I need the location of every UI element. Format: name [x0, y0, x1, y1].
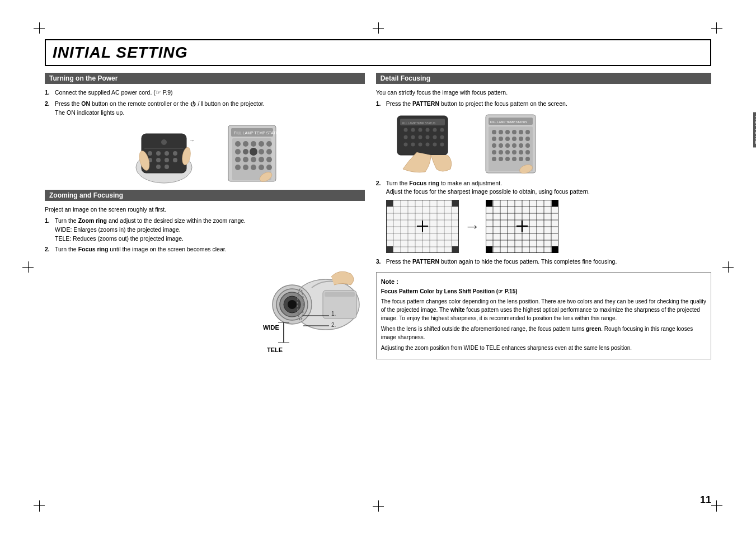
focus-grid-illustrations: → — [386, 200, 711, 253]
svg-text:→: → — [189, 137, 195, 143]
corner-mark-tr — [711, 22, 722, 34]
remote-control-illustration: → — [130, 123, 220, 184]
zooming-body: Project an image on the screen roughly a… — [45, 205, 365, 254]
svg-point-89 — [519, 130, 523, 134]
svg-point-10 — [165, 158, 169, 162]
zoom-step-text-2: Turn the Focus ring until the image on t… — [55, 245, 365, 254]
svg-point-69 — [403, 135, 407, 139]
zoom-lens-illustration: WIDE TELE 1. 2. — [259, 260, 365, 363]
svg-point-105 — [505, 150, 510, 154]
zooming-section: Zooming and Focusing Project an image on… — [45, 190, 365, 363]
svg-point-95 — [519, 137, 523, 141]
svg-text:WIDE: WIDE — [263, 324, 279, 331]
zoom-step-1: 1. Turn the Zoom ring and adjust to the … — [45, 217, 365, 243]
svg-point-65 — [418, 128, 422, 132]
hand-remote-illustration: FILL LAMP TEMP STATUS — [386, 113, 476, 175]
zooming-intro: Project an image on the screen roughly a… — [45, 205, 365, 214]
svg-point-30 — [266, 149, 272, 154]
focus-step-text-3: Press the PATTERN button again to hide t… — [386, 257, 711, 266]
right-column: Detail Focusing You can strictly focus t… — [376, 73, 711, 495]
arrow-right-icon: → — [464, 215, 480, 238]
corner-mark-br — [711, 500, 722, 512]
svg-point-6 — [165, 151, 169, 156]
svg-point-101 — [519, 143, 523, 148]
crosshair-right — [722, 261, 734, 273]
focus-step-3: 3. Press the PATTERN button again to hid… — [376, 257, 711, 266]
english-tab: ENGLISH — [753, 112, 756, 147]
svg-point-88 — [512, 130, 516, 134]
svg-point-63 — [403, 128, 407, 132]
svg-point-100 — [512, 143, 516, 148]
svg-text:TELE: TELE — [267, 346, 283, 353]
left-column: Turning on the Power 1. Connect the supp… — [45, 73, 365, 495]
title-box: INITIAL SETTING — [45, 39, 711, 66]
step-1-power: 1. Connect the supplied AC power cord. (… — [45, 88, 365, 97]
page-number: 11 — [700, 494, 711, 506]
zooming-header: Zooming and Focusing — [45, 190, 365, 201]
svg-point-38 — [251, 165, 256, 170]
svg-point-24 — [259, 141, 264, 147]
detail-focusing-intro: You can strictly focus the image with fo… — [376, 88, 711, 97]
svg-point-74 — [440, 135, 444, 139]
note-paragraph-3: Adjusting the zoom position from WIDE to… — [381, 344, 706, 352]
svg-point-11 — [173, 158, 177, 162]
svg-rect-3 — [144, 148, 184, 149]
note-paragraph-2: When the lens is shifted outside the afo… — [381, 325, 706, 341]
power-illustrations: → FILL LAMP TEMP STATUS — [45, 123, 365, 184]
svg-point-33 — [251, 157, 256, 162]
detail-focusing-body: You can strictly focus the image with fo… — [376, 88, 711, 359]
svg-point-2 — [161, 139, 167, 145]
focus-step-num-3: 3. — [376, 257, 386, 266]
crosshair-left — [22, 261, 34, 273]
svg-point-103 — [492, 150, 496, 154]
svg-point-94 — [512, 137, 516, 141]
svg-point-64 — [411, 128, 415, 132]
svg-point-75 — [403, 142, 407, 146]
svg-point-67 — [433, 128, 436, 132]
focus-step-num-2: 2. — [376, 179, 386, 197]
svg-point-28 — [250, 148, 257, 156]
svg-point-23 — [251, 141, 256, 147]
svg-point-73 — [433, 135, 436, 139]
svg-point-97 — [492, 143, 496, 148]
corner-mark-tl — [34, 22, 45, 34]
note-title: Note : — [381, 277, 706, 287]
svg-point-79 — [433, 142, 436, 146]
svg-point-76 — [411, 142, 415, 146]
page: ENGLISH 11 INITIAL SETTING Turning on th… — [0, 0, 756, 534]
svg-point-102 — [525, 143, 530, 148]
svg-text:FILL LAMP TEMP STATUS: FILL LAMP TEMP STATUS — [490, 120, 528, 124]
svg-point-12 — [156, 165, 161, 169]
svg-rect-135 — [386, 246, 393, 253]
svg-point-90 — [525, 130, 530, 134]
svg-rect-133 — [386, 200, 393, 207]
focus-step1-illustrations: FILL LAMP TEMP STATUS — [386, 113, 711, 175]
svg-point-91 — [492, 137, 496, 141]
step-num-2: 2. — [45, 100, 55, 118]
columns: Turning on the Power 1. Connect the supp… — [45, 73, 711, 495]
note-box: Note : Focus Pattern Color by Lens Shift… — [376, 272, 711, 360]
svg-point-36 — [235, 165, 241, 170]
focus-step-2: 2. Turn the Focus ring to make an adjust… — [376, 179, 711, 197]
svg-point-72 — [425, 135, 429, 139]
sharp-grid-illustration — [486, 200, 558, 253]
svg-point-107 — [519, 150, 523, 154]
main-content: INITIAL SETTING Turning on the Power 1. … — [45, 39, 711, 495]
svg-rect-158 — [486, 246, 492, 253]
svg-point-9 — [156, 158, 161, 162]
step-text-1: Connect the supplied AC power cord. (☞ P… — [55, 88, 365, 97]
svg-point-106 — [512, 150, 516, 154]
step-2-power: 2. Press the ON button on the remote con… — [45, 100, 365, 118]
svg-rect-134 — [452, 200, 459, 207]
svg-point-111 — [505, 157, 510, 161]
svg-point-13 — [165, 165, 169, 169]
step-num-1: 1. — [45, 88, 55, 97]
zoom-step-2: 2. Turn the Focus ring until the image o… — [45, 245, 365, 254]
crosshair-top — [373, 22, 384, 34]
svg-point-47 — [288, 300, 297, 309]
zoom-illustration-container: WIDE TELE 1. 2. — [45, 260, 365, 363]
svg-point-27 — [243, 149, 248, 154]
svg-point-85 — [492, 130, 496, 134]
svg-point-87 — [505, 130, 510, 134]
svg-point-110 — [499, 157, 503, 161]
